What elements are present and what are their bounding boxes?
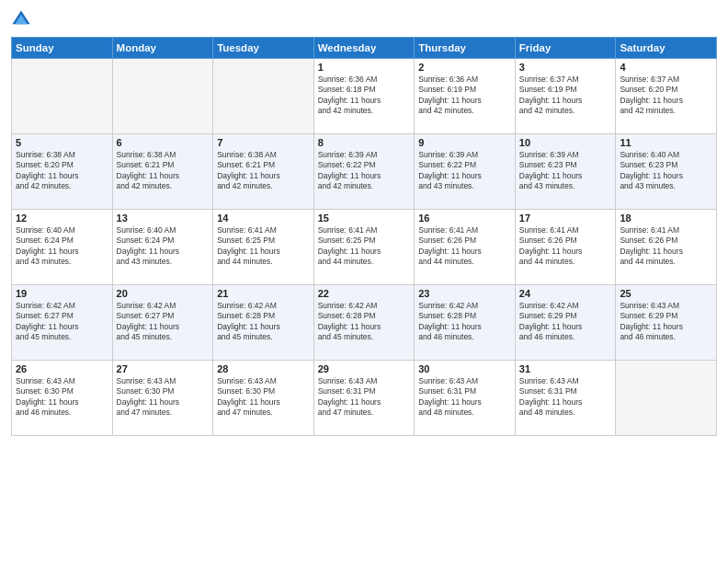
day-number: 27 — [117, 363, 210, 374]
day-number: 11 — [620, 137, 712, 148]
calendar-cell: 18Sunrise: 6:41 AM Sunset: 6:26 PM Dayli… — [616, 210, 717, 285]
weekday-header-thursday: Thursday — [415, 38, 516, 59]
day-number: 31 — [519, 363, 612, 374]
calendar-cell: 31Sunrise: 6:43 AM Sunset: 6:31 PM Dayli… — [515, 361, 616, 436]
day-info: Sunrise: 6:41 AM Sunset: 6:25 PM Dayligh… — [318, 225, 411, 268]
day-info: Sunrise: 6:36 AM Sunset: 6:18 PM Dayligh… — [318, 75, 411, 117]
calendar-cell — [616, 361, 717, 436]
day-info: Sunrise: 6:38 AM Sunset: 6:20 PM Dayligh… — [16, 150, 108, 192]
day-number: 4 — [620, 62, 712, 73]
day-info: Sunrise: 6:43 AM Sunset: 6:31 PM Dayligh… — [318, 376, 411, 419]
calendar-cell: 10Sunrise: 6:39 AM Sunset: 6:23 PM Dayli… — [515, 134, 616, 210]
day-number: 12 — [16, 213, 108, 224]
calendar-cell: 27Sunrise: 6:43 AM Sunset: 6:30 PM Dayli… — [112, 361, 213, 436]
calendar-cell: 11Sunrise: 6:40 AM Sunset: 6:23 PM Dayli… — [616, 134, 717, 210]
calendar-cell: 5Sunrise: 6:38 AM Sunset: 6:20 PM Daylig… — [12, 134, 113, 210]
day-number: 8 — [318, 137, 411, 148]
weekday-header-tuesday: Tuesday — [213, 38, 314, 59]
day-info: Sunrise: 6:39 AM Sunset: 6:22 PM Dayligh… — [318, 150, 411, 192]
day-number: 1 — [318, 62, 411, 73]
day-number: 16 — [418, 213, 511, 224]
day-info: Sunrise: 6:36 AM Sunset: 6:19 PM Dayligh… — [418, 75, 511, 117]
calendar-cell: 16Sunrise: 6:41 AM Sunset: 6:26 PM Dayli… — [415, 210, 516, 285]
calendar-cell: 26Sunrise: 6:43 AM Sunset: 6:30 PM Dayli… — [12, 361, 113, 436]
calendar-cell: 9Sunrise: 6:39 AM Sunset: 6:22 PM Daylig… — [415, 134, 516, 210]
header — [11, 9, 717, 29]
page: SundayMondayTuesdayWednesdayThursdayFrid… — [0, 0, 728, 563]
day-number: 19 — [16, 288, 108, 299]
calendar-cell: 19Sunrise: 6:42 AM Sunset: 6:27 PM Dayli… — [12, 285, 113, 361]
weekday-header-row: SundayMondayTuesdayWednesdayThursdayFrid… — [12, 38, 717, 59]
day-info: Sunrise: 6:42 AM Sunset: 6:28 PM Dayligh… — [217, 301, 310, 343]
day-info: Sunrise: 6:43 AM Sunset: 6:31 PM Dayligh… — [418, 376, 511, 419]
day-info: Sunrise: 6:41 AM Sunset: 6:26 PM Dayligh… — [620, 225, 712, 268]
day-number: 2 — [418, 62, 511, 73]
calendar-cell: 23Sunrise: 6:42 AM Sunset: 6:28 PM Dayli… — [415, 285, 516, 361]
day-number: 25 — [620, 288, 712, 299]
day-info: Sunrise: 6:37 AM Sunset: 6:19 PM Dayligh… — [519, 75, 612, 117]
day-info: Sunrise: 6:37 AM Sunset: 6:20 PM Dayligh… — [620, 75, 712, 117]
day-info: Sunrise: 6:41 AM Sunset: 6:26 PM Dayligh… — [519, 225, 612, 268]
day-info: Sunrise: 6:43 AM Sunset: 6:30 PM Dayligh… — [217, 376, 310, 419]
day-info: Sunrise: 6:43 AM Sunset: 6:30 PM Dayligh… — [16, 376, 108, 419]
day-number: 17 — [519, 213, 612, 224]
calendar-cell: 28Sunrise: 6:43 AM Sunset: 6:30 PM Dayli… — [213, 361, 314, 436]
day-number: 22 — [318, 288, 411, 299]
day-number: 24 — [519, 288, 612, 299]
calendar-week-row: 12Sunrise: 6:40 AM Sunset: 6:24 PM Dayli… — [12, 210, 717, 285]
day-number: 9 — [418, 137, 511, 148]
day-number: 15 — [318, 213, 411, 224]
day-number: 13 — [117, 213, 210, 224]
calendar-cell: 14Sunrise: 6:41 AM Sunset: 6:25 PM Dayli… — [213, 210, 314, 285]
day-number: 18 — [620, 213, 712, 224]
calendar-cell — [12, 59, 113, 134]
day-number: 5 — [16, 137, 108, 148]
day-number: 30 — [418, 363, 511, 374]
calendar-cell: 29Sunrise: 6:43 AM Sunset: 6:31 PM Dayli… — [313, 361, 415, 436]
calendar-cell: 20Sunrise: 6:42 AM Sunset: 6:27 PM Dayli… — [112, 285, 213, 361]
day-info: Sunrise: 6:41 AM Sunset: 6:25 PM Dayligh… — [217, 225, 310, 268]
logo — [11, 9, 35, 29]
day-info: Sunrise: 6:42 AM Sunset: 6:27 PM Dayligh… — [117, 301, 210, 343]
day-number: 29 — [318, 363, 411, 374]
weekday-header-wednesday: Wednesday — [313, 38, 415, 59]
calendar-cell: 30Sunrise: 6:43 AM Sunset: 6:31 PM Dayli… — [415, 361, 516, 436]
day-info: Sunrise: 6:42 AM Sunset: 6:29 PM Dayligh… — [519, 301, 612, 343]
day-info: Sunrise: 6:43 AM Sunset: 6:30 PM Dayligh… — [117, 376, 210, 419]
day-number: 28 — [217, 363, 310, 374]
day-info: Sunrise: 6:38 AM Sunset: 6:21 PM Dayligh… — [117, 150, 210, 192]
calendar-cell: 4Sunrise: 6:37 AM Sunset: 6:20 PM Daylig… — [616, 59, 717, 134]
day-number: 14 — [217, 213, 310, 224]
day-number: 3 — [519, 62, 612, 73]
day-info: Sunrise: 6:41 AM Sunset: 6:26 PM Dayligh… — [418, 225, 511, 268]
calendar-cell: 21Sunrise: 6:42 AM Sunset: 6:28 PM Dayli… — [213, 285, 314, 361]
calendar-week-row: 26Sunrise: 6:43 AM Sunset: 6:30 PM Dayli… — [12, 361, 717, 436]
day-info: Sunrise: 6:43 AM Sunset: 6:29 PM Dayligh… — [620, 301, 712, 343]
day-info: Sunrise: 6:39 AM Sunset: 6:22 PM Dayligh… — [418, 150, 511, 192]
calendar-cell: 24Sunrise: 6:42 AM Sunset: 6:29 PM Dayli… — [515, 285, 616, 361]
day-info: Sunrise: 6:42 AM Sunset: 6:28 PM Dayligh… — [418, 301, 511, 343]
logo-icon — [11, 9, 31, 29]
calendar-cell: 13Sunrise: 6:40 AM Sunset: 6:24 PM Dayli… — [112, 210, 213, 285]
calendar-cell: 17Sunrise: 6:41 AM Sunset: 6:26 PM Dayli… — [515, 210, 616, 285]
calendar: SundayMondayTuesdayWednesdayThursdayFrid… — [11, 37, 717, 436]
day-info: Sunrise: 6:40 AM Sunset: 6:23 PM Dayligh… — [620, 150, 712, 192]
calendar-cell: 3Sunrise: 6:37 AM Sunset: 6:19 PM Daylig… — [515, 59, 616, 134]
calendar-cell — [112, 59, 213, 134]
calendar-cell: 25Sunrise: 6:43 AM Sunset: 6:29 PM Dayli… — [616, 285, 717, 361]
calendar-cell: 1Sunrise: 6:36 AM Sunset: 6:18 PM Daylig… — [313, 59, 415, 134]
day-number: 7 — [217, 137, 310, 148]
weekday-header-friday: Friday — [515, 38, 616, 59]
calendar-week-row: 19Sunrise: 6:42 AM Sunset: 6:27 PM Dayli… — [12, 285, 717, 361]
day-info: Sunrise: 6:39 AM Sunset: 6:23 PM Dayligh… — [519, 150, 612, 192]
day-info: Sunrise: 6:40 AM Sunset: 6:24 PM Dayligh… — [16, 225, 108, 268]
day-number: 21 — [217, 288, 310, 299]
day-number: 23 — [418, 288, 511, 299]
weekday-header-sunday: Sunday — [12, 38, 113, 59]
calendar-cell: 6Sunrise: 6:38 AM Sunset: 6:21 PM Daylig… — [112, 134, 213, 210]
day-info: Sunrise: 6:43 AM Sunset: 6:31 PM Dayligh… — [519, 376, 612, 419]
weekday-header-monday: Monday — [112, 38, 213, 59]
day-number: 26 — [16, 363, 108, 374]
calendar-cell — [213, 59, 314, 134]
day-info: Sunrise: 6:42 AM Sunset: 6:28 PM Dayligh… — [318, 301, 411, 343]
